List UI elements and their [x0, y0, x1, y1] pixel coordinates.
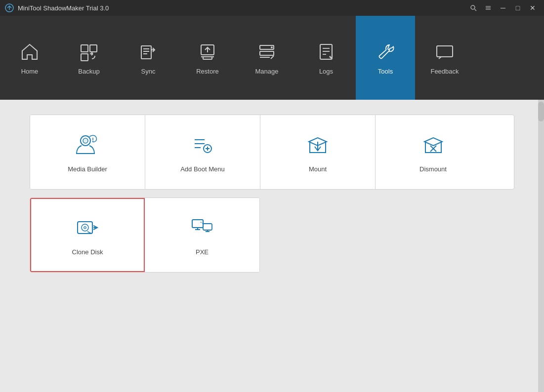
svg-rect-43 [192, 220, 203, 228]
svg-point-1 [471, 5, 475, 9]
nav-restore[interactable]: Restore [178, 16, 237, 100]
tool-add-boot-menu[interactable]: Add Boot Menu [145, 115, 260, 189]
add-boot-menu-icon [190, 132, 215, 159]
dismount-label: Dismount [419, 165, 447, 173]
scrollbar[interactable] [538, 100, 544, 392]
clone-disk-icon [75, 215, 100, 242]
tool-mount[interactable]: Mount [260, 115, 376, 189]
logs-icon [315, 41, 337, 63]
svg-point-28 [92, 141, 93, 142]
titlebar: MiniTool ShadowMaker Trial 3.0 ─ □ ✕ [0, 0, 544, 16]
nav-logs[interactable]: Logs [296, 16, 356, 100]
minimize-button[interactable]: ─ [497, 2, 509, 13]
window-controls: ─ □ ✕ [467, 2, 539, 13]
main-content: Media Builder Add Boot Menu [0, 100, 544, 392]
svg-rect-6 [81, 45, 88, 52]
svg-line-18 [271, 56, 274, 59]
tool-pxe[interactable]: PXE [145, 198, 259, 272]
svg-rect-15 [260, 51, 274, 55]
mount-label: Mount [309, 165, 327, 173]
app-logo-icon [5, 3, 14, 12]
tools-icon [375, 41, 396, 63]
dismount-icon [420, 132, 446, 159]
tool-clone-disk[interactable]: Clone Disk [30, 198, 145, 272]
backup-icon [78, 41, 100, 63]
nav-manage[interactable]: Manage [237, 16, 296, 100]
home-icon [19, 41, 41, 63]
tools-row-1: Media Builder Add Boot Menu [30, 115, 514, 190]
svg-point-26 [84, 139, 87, 142]
sync-icon [137, 41, 159, 63]
media-builder-icon [75, 132, 100, 159]
svg-rect-23 [437, 46, 453, 57]
manage-icon [256, 41, 278, 63]
nav-backup[interactable]: Backup [59, 16, 119, 100]
pxe-label: PXE [196, 248, 209, 256]
pxe-icon [189, 215, 215, 242]
nav-tools[interactable]: Tools [356, 16, 415, 100]
menu-button[interactable] [482, 2, 495, 13]
tools-row-2: Clone Disk PXE [30, 197, 260, 273]
restore-icon [197, 41, 218, 63]
svg-point-16 [271, 46, 273, 48]
search-button[interactable] [467, 2, 480, 13]
restore-button[interactable]: □ [511, 2, 524, 13]
svg-rect-7 [90, 45, 97, 52]
mount-icon [305, 132, 331, 159]
nav-feedback[interactable]: Feedback [415, 16, 474, 100]
media-builder-label: Media Builder [68, 165, 107, 173]
nav-home[interactable]: Home [0, 16, 59, 100]
tool-media-builder[interactable]: Media Builder [30, 115, 145, 189]
feedback-icon [434, 41, 456, 63]
app-title: MiniTool ShadowMaker Trial 3.0 [18, 4, 467, 12]
add-boot-menu-label: Add Boot Menu [180, 165, 225, 173]
svg-point-40 [84, 226, 86, 229]
svg-rect-8 [81, 54, 88, 61]
svg-rect-46 [203, 224, 212, 230]
svg-rect-9 [141, 46, 151, 59]
close-button[interactable]: ✕ [526, 2, 539, 13]
tool-dismount[interactable]: Dismount [376, 115, 491, 189]
svg-line-2 [475, 9, 477, 11]
nav-sync[interactable]: Sync [119, 16, 178, 100]
clone-disk-label: Clone Disk [72, 248, 103, 256]
navbar: Home Backup Sync Restore [0, 16, 544, 100]
